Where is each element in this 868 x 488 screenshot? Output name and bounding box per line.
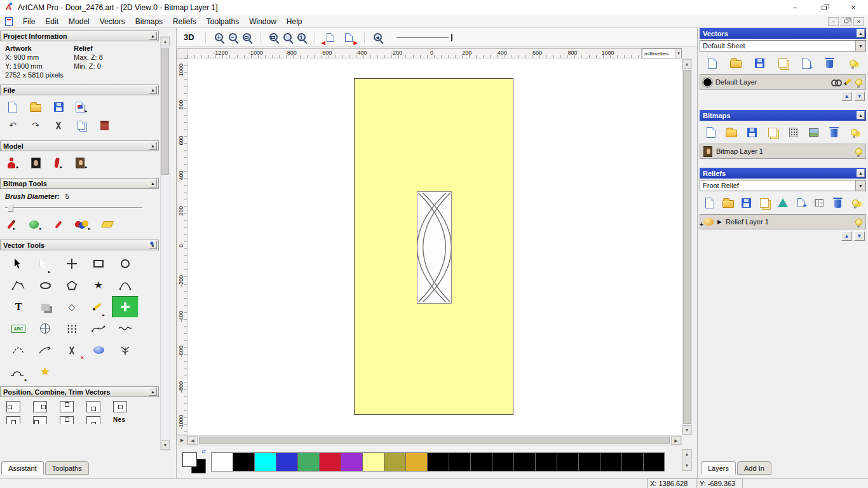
nesting-icon[interactable]: Nes (113, 416, 125, 423)
relief-grid-icon[interactable] (810, 195, 829, 210)
toggle-relief-visibility-icon[interactable] (846, 195, 865, 210)
collapse-section-icon[interactable]: ▲ (857, 111, 865, 119)
palette-swatch-12[interactable] (470, 452, 492, 471)
relief-selector[interactable]: Front Relief ▼ (700, 180, 866, 191)
scrollbar-thumb[interactable] (161, 48, 169, 175)
document-window-icon[interactable] (5, 17, 13, 26)
pane-splitter-icon[interactable]: ▶ (177, 436, 187, 445)
merge-relief-layers-icon[interactable] (756, 195, 774, 210)
layer-visibility-icon[interactable] (855, 148, 862, 155)
dropdown-arrow-icon[interactable]: ▼ (855, 180, 865, 191)
assistant-scrollbar[interactable]: ▲ ▼ (160, 36, 170, 451)
new-sheet-icon[interactable] (794, 55, 818, 71)
tab-add-in[interactable]: Add In (737, 461, 771, 475)
view-3d-button[interactable]: 3D (182, 32, 196, 43)
scroll-left-icon[interactable]: ◀ (187, 436, 198, 445)
wrap-vectors-icon[interactable] (32, 318, 58, 339)
ruler-units-dropdown-icon[interactable]: ▼ (675, 49, 681, 58)
create-rhombus-icon[interactable]: ◇ (58, 296, 85, 318)
toggle-bitmap-visibility-icon[interactable] (844, 125, 865, 140)
flood-fill-icon[interactable]: ▸ (29, 217, 42, 231)
zoom-window-icon[interactable] (243, 33, 251, 41)
next-view-icon[interactable]: ▶ (342, 30, 355, 44)
align-centre-icon[interactable] (113, 401, 127, 412)
paint-brush-icon[interactable]: ▸ (6, 217, 19, 231)
create-polygon-icon[interactable] (58, 274, 85, 296)
new-model-icon[interactable] (6, 100, 19, 114)
centre-in-page-icon[interactable] (6, 416, 20, 424)
layer-colour-icon[interactable] (703, 78, 712, 86)
menu-help[interactable]: Help (281, 16, 308, 27)
redo-icon[interactable]: ↷ (29, 118, 42, 132)
save-relief-layer-icon[interactable] (737, 195, 756, 210)
greyscale-icon[interactable] (783, 125, 803, 140)
wrap-text-icon[interactable] (32, 296, 58, 318)
relief-layer-row[interactable]: ▶ Relief Layer 1 (700, 214, 866, 229)
bitmap-layer-row[interactable]: Bitmap Layer 1 (700, 144, 866, 159)
expand-layer-icon[interactable]: ▶ (717, 219, 722, 225)
paint-selective-icon[interactable] (52, 217, 65, 231)
bitmap-preview-icon[interactable] (803, 125, 824, 140)
align-top-icon[interactable] (60, 401, 74, 412)
menu-edit[interactable]: Edit (40, 16, 64, 27)
scroll-down-icon[interactable]: ▼ (161, 440, 170, 450)
vector-layer-row[interactable]: Default Layer (700, 74, 866, 90)
collapse-section-icon[interactable]: ▲ (149, 388, 157, 396)
palette-swatch-4[interactable] (297, 452, 319, 471)
load-bitmap-icon[interactable]: ▸ (75, 156, 88, 170)
text-on-curve-icon[interactable]: ABC (5, 318, 32, 339)
mirror-vectors-icon[interactable] (33, 416, 47, 424)
layer-visibility-icon[interactable] (855, 79, 862, 86)
create-polyline-icon[interactable] (5, 274, 32, 296)
invert-model-icon[interactable]: ▸ (52, 156, 65, 170)
menu-vectors[interactable]: Vectors (95, 16, 130, 27)
palette-swatch-2[interactable] (254, 452, 276, 471)
palette-swatch-11[interactable] (449, 452, 470, 471)
zoom-100-icon[interactable]: 1 (297, 33, 306, 41)
palette-swatch-7[interactable] (362, 452, 384, 471)
menu-window[interactable]: Window (244, 16, 281, 27)
new-relief-layer-icon[interactable] (701, 195, 719, 210)
open-bitmap-layer-icon[interactable] (721, 125, 742, 140)
minimize-button[interactable]: – (780, 0, 810, 15)
node-editing-icon[interactable]: ▸ (32, 253, 58, 274)
copy-icon[interactable] (75, 118, 88, 132)
vector-doctor-icon[interactable]: ★ (32, 361, 58, 383)
edit-layer-icon[interactable] (844, 79, 851, 86)
extrude-icon[interactable] (85, 339, 112, 361)
move-layer-up-icon[interactable]: ▲ (841, 231, 852, 241)
link-layer-icon[interactable] (831, 79, 840, 85)
line-width-slider[interactable] (397, 32, 454, 43)
menu-reliefs[interactable]: Reliefs (168, 16, 201, 27)
smooth-curve-icon[interactable] (112, 318, 139, 339)
delete-relief-layer-icon[interactable] (829, 195, 847, 210)
select-vectors-icon[interactable] (5, 253, 32, 274)
import-model-icon[interactable]: ▸ (75, 100, 88, 114)
menu-model[interactable]: Model (64, 16, 95, 27)
slider-handle[interactable] (8, 204, 13, 212)
layer-visibility-icon[interactable] (855, 219, 862, 226)
green-cross-tool-icon[interactable] (112, 296, 139, 318)
greyscale-model-icon[interactable] (29, 156, 42, 170)
scrollbar-thumb[interactable] (683, 70, 691, 424)
delete-bitmap-layer-icon[interactable] (824, 125, 844, 140)
primary-secondary-colour-icon[interactable]: ⇄ (182, 450, 206, 473)
door-centre-panel[interactable] (417, 191, 452, 304)
move-layer-down-icon[interactable]: ▼ (854, 92, 865, 101)
palette-swatch-19[interactable] (621, 452, 643, 471)
join-vectors-icon[interactable] (32, 339, 58, 361)
open-relief-layer-icon[interactable] (719, 195, 738, 210)
create-text-icon[interactable]: T (5, 296, 32, 318)
zoom-out-icon[interactable]: − (229, 33, 237, 41)
section-profile-icon[interactable]: ▸ (5, 361, 32, 383)
scroll-up-icon[interactable]: ▲ (682, 59, 691, 69)
paste-array-icon[interactable] (58, 318, 85, 339)
scrollbar-track[interactable] (198, 436, 671, 445)
palette-swatch-14[interactable] (513, 452, 535, 471)
collapse-section-icon[interactable]: ▲ (149, 86, 157, 94)
merge-layers-icon[interactable] (771, 55, 795, 71)
drawing-canvas[interactable] (187, 58, 682, 435)
delete-layer-icon[interactable] (818, 55, 841, 71)
collapse-section-icon[interactable]: ▲ (149, 179, 157, 187)
new-relief-sheet-icon[interactable] (792, 195, 810, 210)
